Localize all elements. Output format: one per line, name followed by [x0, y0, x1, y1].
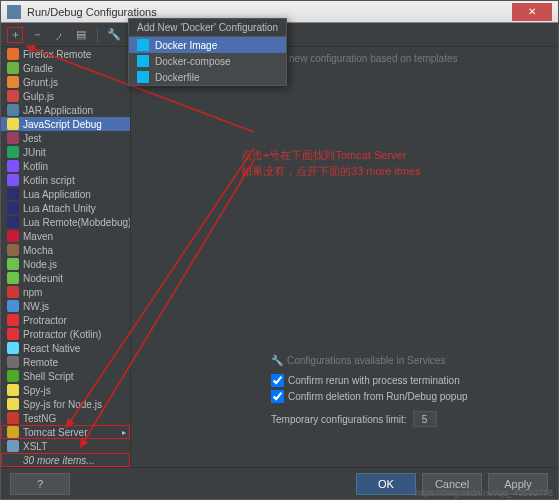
config-item[interactable]: Protractor [1, 313, 130, 327]
popup-item[interactable]: Docker-compose [129, 53, 286, 69]
config-item[interactable]: Jest [1, 131, 130, 145]
confirm-rerun-checkbox[interactable] [271, 374, 284, 387]
config-item[interactable]: XSLT [1, 439, 130, 453]
config-item[interactable]: JAR Application [1, 103, 130, 117]
config-item[interactable]: React Native [1, 341, 130, 355]
config-item[interactable]: Lua Remote(Mobdebug) [1, 215, 130, 229]
lua-icon [7, 188, 19, 200]
config-item[interactable]: JavaScript Debug [1, 117, 130, 131]
config-item[interactable]: Node.js [1, 257, 130, 271]
dialog-title: Run/Debug Configurations [27, 6, 157, 18]
popup-label: Docker Image [155, 40, 217, 51]
config-label: JAR Application [23, 105, 93, 116]
mocha-icon [7, 244, 19, 256]
node-icon [7, 272, 19, 284]
config-item[interactable]: Firefox Remote [1, 47, 130, 61]
config-label: React Native [23, 343, 80, 354]
config-label: Firefox Remote [23, 49, 91, 60]
config-item[interactable]: Kotlin [1, 159, 130, 173]
config-label: Lua Attach Unity [23, 203, 96, 214]
add-config-popup: Add New 'Docker' Configuration Docker Im… [128, 18, 287, 86]
config-item[interactable]: Spy-js [1, 383, 130, 397]
config-item[interactable]: NW.js [1, 299, 130, 313]
config-label: Lua Remote(Mobdebug) [23, 217, 130, 228]
config-item[interactable]: Mocha [1, 243, 130, 257]
config-item[interactable]: Spy-js for Node.js [1, 397, 130, 411]
popup-label: Docker-compose [155, 56, 231, 67]
config-item[interactable]: TestNG [1, 411, 130, 425]
config-item[interactable]: npm [1, 285, 130, 299]
config-label: Kotlin [23, 161, 48, 172]
config-item[interactable]: JUnit [1, 145, 130, 159]
xslt-icon [7, 440, 19, 452]
jest-icon [7, 132, 19, 144]
docker-icon [137, 55, 149, 67]
config-item[interactable]: Maven [1, 229, 130, 243]
firefox-icon [7, 48, 19, 60]
confirm-rerun-row[interactable]: Confirm rerun with process termination [271, 374, 548, 387]
close-button[interactable]: ✕ [512, 3, 552, 21]
chevron-right-icon: ▸ [122, 428, 126, 437]
lua-icon [7, 202, 19, 214]
popup-item[interactable]: Docker Image [129, 37, 286, 53]
kotlin-icon [7, 160, 19, 172]
config-item[interactable]: Tomcat Server▸ [1, 425, 130, 439]
protractor-icon [7, 314, 19, 326]
remove-button[interactable]: － [29, 27, 45, 43]
config-label: Spy-js for Node.js [23, 399, 102, 410]
config-item[interactable]: Remote [1, 355, 130, 369]
ok-button[interactable]: OK [356, 473, 416, 495]
testng-icon [7, 412, 19, 424]
temp-limit-input[interactable] [413, 411, 437, 427]
npm-icon [7, 286, 19, 298]
nw-icon [7, 300, 19, 312]
spy-icon [7, 384, 19, 396]
shell-icon [7, 370, 19, 382]
config-item[interactable]: Lua Application [1, 187, 130, 201]
node-icon [7, 258, 19, 270]
config-label: 30 more items... [23, 455, 95, 466]
config-item[interactable]: Protractor (Kotlin) [1, 327, 130, 341]
config-label: Node.js [23, 259, 57, 270]
app-icon [7, 5, 21, 19]
save-button[interactable]: ▤ [73, 27, 89, 43]
config-label: TestNG [23, 413, 56, 424]
protractor-icon [7, 328, 19, 340]
run-debug-dialog: Run/Debug Configurations ✕ ＋ － ⵰ ▤ 🔧 ▴ ▾… [0, 0, 559, 500]
gulp-icon [7, 90, 19, 102]
maven-icon [7, 230, 19, 242]
blank-icon [7, 454, 19, 466]
config-label: JavaScript Debug [23, 119, 102, 130]
config-label: XSLT [23, 441, 47, 452]
add-button[interactable]: ＋ [7, 27, 23, 43]
confirm-delete-row[interactable]: Confirm deletion from Run/Debug popup [271, 390, 548, 403]
config-label: Remote [23, 357, 58, 368]
confirm-delete-checkbox[interactable] [271, 390, 284, 403]
docker-icon [137, 71, 149, 83]
config-item[interactable]: Shell Script [1, 369, 130, 383]
config-label: Protractor [23, 315, 67, 326]
config-item[interactable]: Grunt.js [1, 75, 130, 89]
popup-item[interactable]: Dockerfile [129, 69, 286, 85]
config-item[interactable]: 30 more items... [1, 453, 130, 467]
annotation-text: 点击+号在下面找到Tomcat Server 如果没有，点开下面的33 more… [241, 147, 421, 179]
gradle-icon [7, 62, 19, 74]
watermark: https://blog.csdn.net/qq_43592778 [415, 488, 553, 498]
wrench-icon[interactable]: 🔧 [106, 27, 122, 43]
config-item[interactable]: Nodeunit [1, 271, 130, 285]
bottom-settings: 🔧 Configurations available in Services C… [271, 355, 548, 427]
js-icon [7, 118, 19, 130]
config-item[interactable]: Gradle [1, 61, 130, 75]
config-label: Kotlin script [23, 175, 75, 186]
wrench-icon: 🔧 [271, 355, 283, 366]
remote-icon [7, 356, 19, 368]
config-item[interactable]: Gulp.js [1, 89, 130, 103]
config-item[interactable]: Kotlin script [1, 173, 130, 187]
popup-title: Add New 'Docker' Configuration [129, 19, 286, 37]
help-button[interactable]: ? [10, 473, 70, 495]
config-item[interactable]: Lua Attach Unity [1, 201, 130, 215]
kotlin-icon [7, 174, 19, 186]
content-area: Firefox RemoteGradleGrunt.jsGulp.jsJAR A… [1, 47, 558, 467]
config-label: npm [23, 287, 42, 298]
copy-button[interactable]: ⵰ [51, 27, 67, 43]
